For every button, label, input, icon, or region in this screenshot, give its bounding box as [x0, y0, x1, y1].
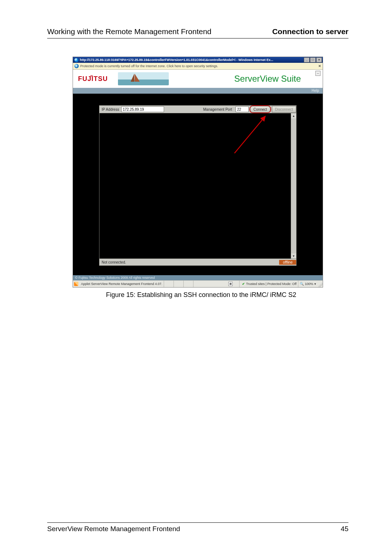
management-port-label: Management Port: [201, 107, 234, 111]
header-right: Connection to server: [272, 27, 348, 36]
page-running-header: Working with the Remote Management Front…: [47, 27, 348, 38]
ie-status-bar: Applet ServerView Remote Management Fron…: [73, 280, 323, 287]
screenshot-window: http://172.25.89.118:3169/?IPA=172.25.89…: [73, 57, 323, 288]
java-flag-icon: [74, 282, 78, 286]
sailboat-graphic: [118, 72, 169, 85]
ie-icon: [74, 58, 78, 62]
ip-address-label: IP Address: [99, 107, 121, 111]
fujitsu-infinity-icon: ∞: [90, 74, 93, 78]
zoom-dropdown-icon[interactable]: ▾: [314, 282, 316, 286]
shield-icon: ?: [74, 64, 79, 68]
scroll-down-button[interactable]: ▼: [291, 253, 296, 258]
window-minimize-button[interactable]: _: [304, 57, 310, 62]
help-bar: Help: [73, 88, 323, 94]
footer-left: ServerView Remote Management Frontend: [47, 525, 180, 533]
window-close-button[interactable]: ×: [316, 57, 322, 62]
connect-button[interactable]: Connect: [250, 106, 270, 113]
page-number: 45: [341, 525, 348, 533]
fujitsu-logo: FUJITSU ∞: [78, 75, 108, 83]
zoom-control[interactable]: 🔍 100% ▾: [298, 282, 318, 286]
management-port-input[interactable]: [236, 106, 249, 112]
connection-status-text: Not connected.: [102, 260, 126, 264]
brand-band: – FUJITSU ∞ ServerView Suite: [73, 70, 323, 88]
annotation-arrow: [209, 113, 282, 157]
infobar-text: Protected mode is currently turned off f…: [80, 64, 218, 68]
check-icon: ✔: [242, 282, 245, 286]
connection-status-row: Not connected. offline: [99, 258, 297, 266]
svg-line-0: [234, 116, 265, 153]
header-left: Working with the Remote Management Front…: [47, 27, 212, 36]
security-zone-panel[interactable]: ✔ Trusted sites | Protected Mode: Off: [240, 281, 298, 287]
protected-mode-infobar[interactable]: ? Protected mode is currently turned off…: [73, 63, 323, 70]
offline-badge: offline: [279, 260, 296, 265]
help-link[interactable]: Help: [311, 89, 319, 93]
disconnect-button: Disconnect: [272, 106, 296, 113]
window-title: http://172.25.89.118:3169/?IPA=172.25.89…: [80, 58, 303, 62]
window-maximize-button[interactable]: □: [310, 57, 316, 62]
applet-status-text: Applet ServerView Remote Management Fron…: [79, 281, 164, 287]
scroll-up-button[interactable]: ▲: [291, 113, 296, 118]
applet-area: IP Address Management Port Connect Disco…: [73, 94, 323, 275]
magnifier-icon: 🔍: [300, 282, 304, 286]
infobar-close-button[interactable]: ✕: [318, 64, 321, 68]
connection-toolbar: IP Address Management Port Connect Disco…: [99, 105, 297, 113]
terminal-console: ▲ ▼: [99, 113, 297, 258]
page-footer: ServerView Remote Management Frontend 45: [47, 522, 348, 533]
panel-collapse-button[interactable]: –: [315, 71, 320, 76]
window-titlebar: http://172.25.89.118:3169/?IPA=172.25.89…: [73, 57, 323, 63]
serverview-suite-title: ServerView Suite: [234, 74, 301, 84]
zoom-value: 100%: [305, 282, 313, 286]
console-scrollbar[interactable]: ▲ ▼: [291, 113, 296, 258]
popup-blocker-icon[interactable]: ▦: [228, 282, 233, 286]
ip-address-input[interactable]: [121, 106, 164, 112]
figure-caption: Figure 15: Establishing an SSH connectio…: [106, 291, 348, 299]
resize-grip-icon[interactable]: [318, 282, 323, 287]
security-zone-text: Trusted sites | Protected Mode: Off: [246, 282, 297, 286]
copyright-bar: © Fujitsu Technology Solutions 2009 All …: [73, 275, 323, 280]
